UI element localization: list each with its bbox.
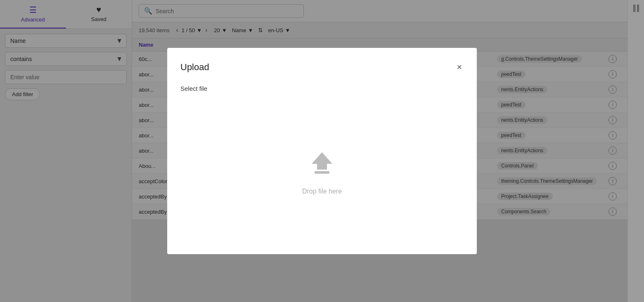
modal-title: Upload — [180, 62, 209, 73]
svg-marker-0 — [312, 152, 332, 170]
upload-drop-zone[interactable]: Drop file here — [180, 102, 464, 241]
svg-rect-1 — [315, 171, 329, 174]
modal-overlay: Upload × Select file Drop file here — [0, 0, 644, 302]
modal-header: Upload × — [180, 61, 464, 73]
upload-icon — [305, 148, 339, 181]
drop-file-text: Drop file here — [302, 188, 342, 195]
upload-modal: Upload × Select file Drop file here — [167, 48, 477, 254]
modal-select-file[interactable]: Select file — [180, 85, 464, 92]
app-container: ☰ Advanced ♥ Saved Name ▼ contains ▼ — [0, 0, 644, 302]
modal-close-button[interactable]: × — [455, 61, 464, 73]
